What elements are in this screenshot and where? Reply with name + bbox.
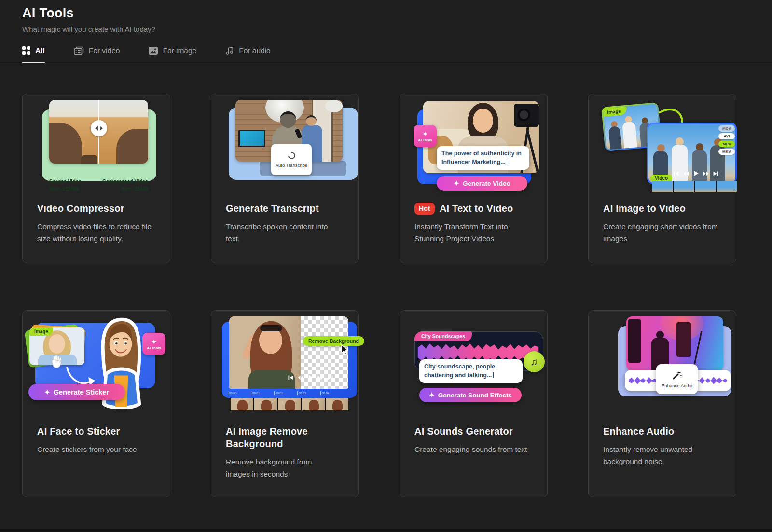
- generate-transcript-thumbnail: Auto Transcribe: [211, 100, 358, 196]
- card-title: HotAI Text to Video: [414, 202, 533, 215]
- ai-image-to-video-thumbnail: Image: [589, 100, 736, 196]
- art-shape: [238, 130, 265, 147]
- filter-tabbar: All For video For image For audio: [0, 33, 772, 63]
- card-body: AI Image Remove Background Remove backgr…: [211, 425, 358, 480]
- card-description: Instantly Transform Text into Stunning P…: [414, 220, 529, 245]
- tab-for-video[interactable]: For video: [74, 46, 120, 55]
- playback-controls: [674, 171, 718, 176]
- size-labels: Source Video Size: 152MB Compressed Vide…: [49, 178, 148, 192]
- filmstrip: [652, 181, 737, 192]
- filmstrip: [231, 398, 348, 410]
- art-shape: [656, 331, 664, 339]
- hand-cursor-icon: [51, 355, 63, 368]
- card-body: AI Image to Video Create engaging short …: [589, 202, 736, 245]
- text-caret: [493, 372, 494, 378]
- filmstrip-frame: [302, 398, 325, 410]
- card-description: Remove background from images in seconds: [226, 456, 325, 480]
- art-shape: [280, 111, 296, 128]
- before-after-photo: [49, 100, 148, 164]
- tab-for-audio[interactable]: For audio: [225, 46, 270, 55]
- card-title: AI Image Remove Background: [226, 425, 344, 450]
- tool-card-ai-text-to-video[interactable]: AI Tools The power of authenticity in In…: [400, 94, 548, 263]
- fast-forward-icon: [703, 171, 709, 176]
- filmstrip-frame: [231, 398, 253, 410]
- ai-face-to-sticker-thumbnail: Image: [23, 316, 170, 419]
- enhance-audio-thumbnail: Enhance Audio: [589, 316, 736, 419]
- image-badge: Image: [603, 107, 627, 117]
- timecode: 00:02: [274, 391, 297, 395]
- art-shape: [49, 123, 82, 164]
- art-shape: [306, 115, 317, 126]
- rewind-icon: [683, 171, 689, 176]
- tool-card-enhance-audio[interactable]: Enhance Audio Enhance Audio Instantly re…: [588, 310, 736, 497]
- card-description: Create engaging sounds from text: [414, 443, 529, 455]
- tool-card-ai-sounds-generator[interactable]: City Soundscapes ♫ City soundscape, peop…: [400, 310, 548, 497]
- timecode: 00:03: [297, 391, 320, 395]
- playback-controls: [288, 375, 333, 380]
- image-badge: Image: [29, 327, 53, 336]
- remove-background-pill: Remove Background: [303, 336, 364, 346]
- filmstrip-frame: [326, 398, 348, 410]
- art-shape: [628, 319, 641, 363]
- tools-grid: Source Video Size: 152MB Compressed Vide…: [0, 63, 772, 497]
- grid-icon: [22, 46, 30, 55]
- skip-start-icon: [674, 171, 679, 176]
- art-shape: [116, 129, 148, 164]
- magic-wand-icon: [672, 370, 682, 381]
- text-caret: [507, 159, 508, 165]
- ai-tools-page: AI Tools What magic will you create with…: [0, 0, 772, 532]
- prompt-textbox: City soundscape, people chattering and t…: [419, 359, 523, 383]
- tool-card-ai-image-to-video[interactable]: Image: [588, 94, 736, 263]
- compressed-size-label: Compressed Video Size: 81MB: [102, 178, 148, 192]
- soundscape-tag: City Soundscapes: [414, 331, 472, 341]
- auto-transcribe-overlay: Auto Transcribe: [271, 144, 312, 175]
- fast-forward-icon: [317, 375, 323, 380]
- timecode: 00:04: [320, 391, 344, 395]
- compare-handle-icon: [91, 120, 107, 136]
- tab-label: For video: [89, 46, 120, 55]
- tab-label: All: [35, 46, 45, 55]
- tool-card-ai-face-to-sticker[interactable]: Image: [22, 310, 170, 497]
- hot-badge: Hot: [414, 203, 435, 215]
- skip-end-icon: [328, 375, 333, 380]
- filmstrip-frame: [254, 398, 277, 410]
- tab-for-image[interactable]: For image: [149, 46, 196, 55]
- art-shape: [81, 155, 97, 164]
- play-icon: [693, 171, 699, 176]
- card-title: AI Image to Video: [603, 202, 721, 215]
- ai-sounds-thumbnail: City Soundscapes ♫ City soundscape, peop…: [400, 316, 547, 419]
- art-shape: [608, 126, 622, 150]
- timeline-ruler: 00:00 00:01 00:02 00:03 00:04: [228, 389, 351, 397]
- rewind-icon: [298, 375, 303, 380]
- card-body: HotAI Text to Video Instantly Transform …: [400, 202, 547, 245]
- art-shape: [672, 145, 688, 183]
- filmstrip-frame: [695, 181, 716, 192]
- tab-all[interactable]: All: [22, 46, 45, 55]
- concert-photo: [626, 316, 723, 371]
- card-title: AI Face to Sticker: [37, 425, 155, 437]
- art-shape: [260, 325, 282, 331]
- tool-card-video-compressor[interactable]: Source Video Size: 152MB Compressed Vide…: [22, 94, 170, 263]
- bottom-edge: [0, 529, 772, 532]
- ai-tools-badge: AI Tools: [142, 333, 165, 355]
- mouse-cursor-icon: [341, 344, 349, 354]
- art-shape: [692, 150, 707, 183]
- video-compressor-thumbnail: Source Video Size: 152MB Compressed Vide…: [23, 100, 170, 196]
- card-body: Enhance Audio Instantly remove unwanted …: [589, 425, 736, 467]
- image-icon: [149, 47, 158, 55]
- art-shape: [622, 121, 637, 149]
- sparkle-icon: [151, 338, 157, 345]
- video-preview-card: Video MOV AVI MP4 MKV: [647, 123, 737, 184]
- filmstrip-frame: [717, 181, 737, 192]
- tool-card-generate-transcript[interactable]: Auto Transcribe Generate Transcript Tran…: [211, 94, 359, 263]
- prompt-textbox: The power of authenticity in Influencer …: [437, 146, 529, 170]
- card-description: Instantly remove unwanted background noi…: [603, 443, 718, 467]
- page-subtitle: What magic will you create with AI today…: [22, 25, 772, 33]
- tool-card-ai-image-remove-background[interactable]: 00:00 00:01 00:02 00:03 00:04: [211, 310, 359, 497]
- format-pill: AVI: [718, 133, 735, 139]
- card-body: AI Sounds Generator Create engaging soun…: [400, 425, 547, 455]
- waveform: [629, 374, 660, 387]
- format-list: MOV AVI MP4 MKV: [718, 125, 735, 155]
- card-description: Transcribe spoken content into text.: [226, 220, 341, 245]
- remove-background-thumbnail: 00:00 00:01 00:02 00:03 00:04: [211, 316, 358, 419]
